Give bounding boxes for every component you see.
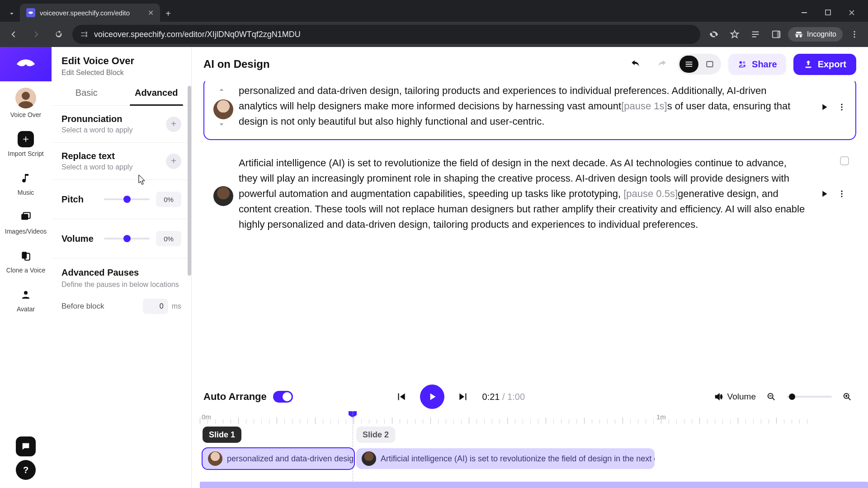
bookmark-star-icon[interactable] — [726, 25, 744, 43]
left-rail: Voice Over Import Script Music Images/Vi… — [0, 47, 52, 488]
tab-search-dropdown[interactable] — [4, 5, 20, 22]
minimize-button[interactable] — [796, 5, 814, 20]
timeline-clip-1[interactable]: personalized and data-driven design, ta — [203, 448, 354, 469]
voice-avatar-icon — [15, 88, 36, 108]
pitch-thumb[interactable] — [123, 196, 131, 203]
auto-arrange-toggle[interactable] — [273, 391, 293, 403]
master-volume[interactable]: Volume — [714, 392, 756, 402]
before-block-unit: ms — [172, 302, 181, 310]
auto-arrange-label: Auto Arrange — [203, 391, 267, 403]
new-tab-button[interactable]: + — [160, 5, 176, 22]
main-area: AI on Design Share Export — [192, 47, 868, 488]
timeline-clip-2[interactable]: Artificial intelligence (AI) is set to r… — [356, 448, 655, 469]
rail-avatar[interactable]: Avatar — [0, 280, 52, 319]
add-pronunciation-button[interactable]: + — [166, 117, 181, 132]
pause-tag[interactable]: [pause 0.5s] — [623, 188, 678, 199]
brand-logo[interactable] — [0, 47, 52, 81]
side-panel-scroll[interactable]: Pronunciation Select a word to apply + R… — [52, 106, 191, 488]
volume-label: Volume — [61, 234, 98, 244]
browser-tab-active[interactable]: voiceover.speechify.com/edito ✕ — [20, 4, 160, 22]
adv-pauses-label: Advanced Pauses — [61, 267, 181, 278]
chevron-up-icon[interactable] — [217, 85, 226, 95]
export-button[interactable]: Export — [793, 54, 856, 75]
block-menu-button[interactable] — [837, 103, 846, 112]
pitch-slider[interactable] — [104, 198, 150, 200]
side-panel-tabs: Basic Advanced — [52, 80, 191, 106]
svg-rect-1 — [826, 10, 830, 15]
close-icon[interactable]: ✕ — [148, 9, 154, 17]
rail-images-videos[interactable]: Images/Videos — [0, 202, 52, 241]
slide-chip-2[interactable]: Slide 2 — [356, 427, 395, 443]
rail-import-script[interactable]: Import Script — [0, 125, 52, 164]
side-panel-title: Edit Voice Over — [61, 55, 181, 67]
browser-menu-icon[interactable] — [845, 25, 863, 43]
incognito-chip[interactable]: Incognito — [788, 27, 843, 42]
incognito-label: Incognito — [807, 30, 836, 38]
volume-slider[interactable] — [104, 238, 150, 239]
timeline-ruler[interactable]: 0m 1m — [200, 411, 856, 424]
address-bar[interactable]: voiceover.speechify.com/editor/XIjlDNq0W… — [72, 25, 700, 44]
replace-hint: Select a word to apply — [61, 163, 132, 171]
close-window-button[interactable] — [843, 5, 861, 20]
maximize-button[interactable] — [819, 5, 837, 20]
voice-block-1[interactable]: personalized and data-driven design, tai… — [203, 81, 856, 140]
back-button[interactable] — [5, 25, 23, 43]
before-block-input[interactable]: 0 — [143, 299, 168, 314]
block-text[interactable]: personalized and data-driven design, tai… — [239, 83, 806, 131]
project-title[interactable]: AI on Design — [203, 58, 620, 70]
volume-icon — [714, 392, 724, 402]
tab-basic[interactable]: Basic — [52, 80, 122, 105]
reload-button[interactable] — [50, 25, 68, 43]
undo-button[interactable] — [627, 55, 645, 73]
eye-off-icon[interactable] — [705, 25, 723, 43]
blocks-list[interactable]: personalized and data-driven design, tai… — [192, 81, 868, 382]
tab-title: voiceover.speechify.com/edito — [40, 9, 143, 17]
reading-list-icon[interactable] — [746, 25, 764, 43]
add-replace-button[interactable]: + — [166, 154, 181, 169]
rail-help-button[interactable]: ? — [16, 460, 36, 480]
before-block-label: Before block — [61, 302, 104, 311]
block-menu-button[interactable] — [837, 189, 846, 198]
zoom-in-button[interactable] — [838, 388, 856, 406]
zoom-out-button[interactable] — [762, 388, 780, 406]
share-button[interactable]: Share — [728, 54, 786, 75]
play-block-button[interactable] — [819, 189, 829, 199]
play-block-button[interactable] — [819, 102, 829, 112]
share-label: Share — [752, 59, 777, 70]
redo-button[interactable] — [652, 55, 670, 73]
voice-block-2[interactable]: Artificial intelligence (AI) is set to r… — [203, 150, 856, 241]
rail-chat-button[interactable] — [16, 436, 36, 456]
export-icon — [803, 59, 813, 69]
side-panel-scrollbar[interactable] — [188, 86, 191, 276]
forward-button[interactable] — [27, 25, 45, 43]
svg-point-8 — [22, 92, 30, 100]
view-grid-button[interactable] — [700, 56, 719, 73]
tab-advanced[interactable]: Advanced — [122, 80, 192, 105]
view-list-button[interactable] — [679, 56, 698, 73]
rail-clone-voice[interactable]: Clone a Voice — [0, 241, 52, 280]
side-panel: Edit Voice Over Edit Selected Block Basi… — [52, 47, 192, 488]
pause-tag[interactable]: [pause 1s] — [621, 100, 667, 112]
block-select-checkbox[interactable] — [840, 156, 849, 165]
rail-music[interactable]: Music — [0, 164, 52, 202]
timeline-scrollbar[interactable] — [200, 482, 868, 488]
block-text[interactable]: Artificial intelligence (AI) is set to r… — [239, 155, 806, 232]
zoom-slider[interactable] — [787, 396, 832, 398]
slide-chip-1[interactable]: Slide 1 — [203, 427, 241, 443]
chevron-down-icon[interactable] — [217, 119, 226, 129]
incognito-icon — [794, 30, 803, 39]
site-settings-icon[interactable] — [80, 30, 89, 39]
volume-thumb[interactable] — [123, 235, 131, 242]
play-button[interactable] — [420, 385, 444, 409]
svg-point-17 — [743, 61, 745, 64]
skip-back-button[interactable] — [392, 388, 410, 406]
svg-rect-0 — [802, 12, 807, 13]
skip-forward-button[interactable] — [454, 388, 472, 406]
rail-voice-over[interactable]: Voice Over — [0, 81, 52, 125]
zoom-thumb[interactable] — [789, 394, 795, 400]
timeline[interactable]: 0m 1m Slide 1 Slide 2 personalized and d… — [192, 411, 868, 488]
speaker-avatar[interactable] — [213, 186, 233, 206]
side-panel-icon[interactable] — [767, 25, 785, 43]
pronunciation-label: Pronunciation — [61, 114, 132, 124]
speaker-avatar[interactable] — [213, 99, 233, 119]
